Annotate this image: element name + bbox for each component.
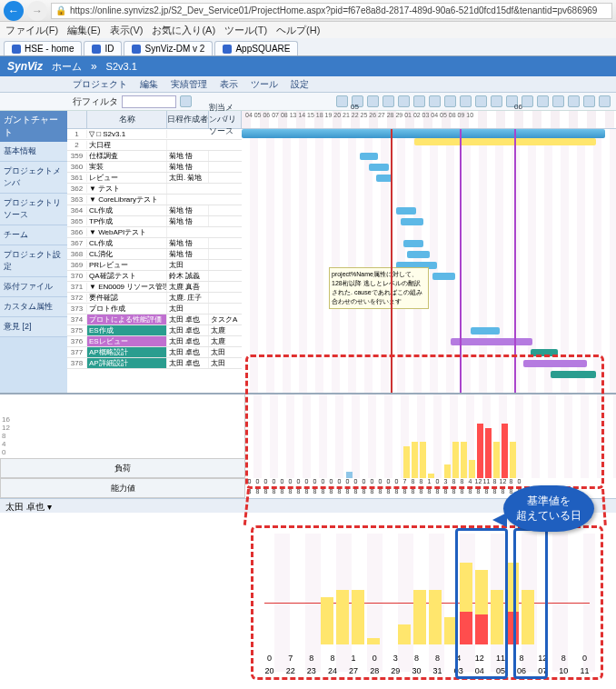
leftnav-header: ガントチャート xyxy=(0,111,67,142)
tool-icon[interactable] xyxy=(367,95,379,107)
col-id[interactable] xyxy=(67,111,87,128)
task-bar[interactable] xyxy=(432,273,455,280)
highlight-box xyxy=(513,528,548,679)
task-bar[interactable] xyxy=(403,240,423,247)
tool-icon[interactable] xyxy=(444,95,456,107)
table-row[interactable]: 360 実装菊地 悟 xyxy=(67,162,242,173)
tool-icon[interactable] xyxy=(475,95,487,107)
table-row[interactable]: 365 TP作成菊地 悟 xyxy=(67,216,242,227)
table-row[interactable]: 361 レビュー太田. 菊地 xyxy=(67,173,242,184)
filter-go-icon[interactable] xyxy=(180,95,192,107)
crumb-home[interactable]: ホーム xyxy=(52,60,82,74)
table-row[interactable]: 376 ESレビュー太田 卓也太鹿 xyxy=(67,336,242,347)
task-bar[interactable] xyxy=(360,153,378,160)
task-bar[interactable] xyxy=(401,218,423,225)
appmenu-edit[interactable]: 編集 xyxy=(140,78,158,91)
table-row[interactable]: 378 AP詳細設計太田 卓也太田 xyxy=(67,358,242,369)
tab-hse[interactable]: HSE - home xyxy=(4,41,82,55)
task-bar[interactable] xyxy=(407,251,430,258)
col-name[interactable]: 名称 xyxy=(87,111,167,128)
menu-file[interactable]: ファイル(F) xyxy=(5,24,58,37)
col-owner[interactable]: 日程作成者 xyxy=(167,111,209,128)
timeline-header[interactable]: 04 05 06 07 08 13 14 15 18 19 20 21 22 2… xyxy=(242,111,616,128)
tool-icon[interactable] xyxy=(522,95,533,107)
grid-header: 名称 日程作成者 割当メンバ/リソース 04 05 06 07 08 13 14… xyxy=(67,111,616,129)
tab-id[interactable]: ID xyxy=(84,41,122,55)
leftnav-item[interactable]: 添付ファイル xyxy=(0,277,67,297)
appmenu-settings[interactable]: 設定 xyxy=(291,78,309,91)
task-bar[interactable] xyxy=(369,164,389,171)
appmenu-project[interactable]: プロジェクト xyxy=(73,78,127,91)
table-row[interactable]: 362 ▼ テスト xyxy=(67,184,242,195)
leftnav-item[interactable]: 意見 [2] xyxy=(0,317,67,337)
table-row[interactable]: 368 CL消化菊地 悟 xyxy=(67,249,242,260)
crumb-project[interactable]: S2v3.1 xyxy=(106,61,137,72)
left-nav: ガントチャート 基本情報 プロジェクトメンバ プロジェクトリソース チーム プロ… xyxy=(0,111,67,393)
tool-icon[interactable] xyxy=(398,95,410,107)
table-row[interactable]: 2 大日程 xyxy=(67,140,242,151)
gantt-chart[interactable]: project%Name属性に対して、128桁以降 逃しとレベルの翻訳された. … xyxy=(242,129,616,393)
task-bar[interactable] xyxy=(471,327,500,335)
summary-bar[interactable] xyxy=(242,129,605,138)
appmenu-view[interactable]: 表示 xyxy=(220,78,238,91)
load-chart[interactable]: 0000000000000000000788103884121181280 88… xyxy=(245,394,616,498)
app-header: SynViz ホーム » S2v3.1 xyxy=(0,56,616,76)
tool-icon[interactable] xyxy=(537,95,549,107)
tool-icon[interactable] xyxy=(552,95,564,107)
leftnav-item[interactable]: チーム xyxy=(0,225,67,245)
leftnav-item[interactable]: プロジェクト設定 xyxy=(0,245,67,277)
toolbar: 行フィルタ xyxy=(0,93,616,111)
table-row[interactable]: 363 ▼ CoreLibraryテスト xyxy=(67,195,242,205)
leftnav-item[interactable]: プロジェクトリソース xyxy=(0,194,67,225)
summary-bar[interactable] xyxy=(414,138,596,145)
table-row[interactable]: 377 AP概略設計太田 卓也太田 xyxy=(67,347,242,358)
table-row[interactable]: 364 CL作成菊地 悟 xyxy=(67,205,242,216)
filter-input[interactable] xyxy=(122,95,176,108)
table-row[interactable]: 370 QA確認テスト鈴木 誠義 xyxy=(67,271,242,282)
task-bar[interactable] xyxy=(531,349,558,356)
tool-icon[interactable] xyxy=(491,95,502,107)
table-row[interactable]: 371 ▼ EN0009 リソース管理 / 工数管理 強化(リソースグラフ実装見… xyxy=(67,282,242,293)
tab-appsq[interactable]: AppSQUARE xyxy=(214,41,298,55)
menu-view[interactable]: 表示(V) xyxy=(110,24,144,37)
appmenu-progress[interactable]: 実績管理 xyxy=(171,78,207,91)
tool-icon[interactable] xyxy=(413,95,425,107)
tool-icon[interactable] xyxy=(568,95,580,107)
tab-synviz[interactable]: SynViz-DM v 2 xyxy=(124,41,213,55)
table-row[interactable]: 369 PRレビュー太田 xyxy=(67,260,242,271)
load-bar xyxy=(510,442,516,478)
tool-icon[interactable] xyxy=(383,95,394,107)
table-row[interactable]: 367 CL作成菊地 悟 xyxy=(67,238,242,249)
leftnav-item[interactable]: カスタム属性 xyxy=(0,297,67,317)
leftnav-item[interactable]: 基本情報 xyxy=(0,142,67,162)
task-bar[interactable] xyxy=(551,371,596,378)
table-row[interactable]: 375 ES作成太田 卓也太鹿 xyxy=(67,325,242,336)
forward-button[interactable]: → xyxy=(27,1,47,21)
tool-icon[interactable] xyxy=(336,95,348,107)
load-bar xyxy=(444,464,451,478)
tool-icon[interactable] xyxy=(460,95,472,107)
menu-edit[interactable]: 編集(E) xyxy=(67,24,101,37)
address-bar[interactable]: 🔒 https://online.synvizs2.jp/S2_Dev_Serv… xyxy=(51,3,612,19)
table-row[interactable]: 359 仕様調査菊地 悟 xyxy=(67,151,242,162)
menu-tools[interactable]: ツール(T) xyxy=(224,24,267,37)
table-row[interactable]: 373 プロト作成太田 xyxy=(67,304,242,315)
table-row[interactable]: 374 プロトによる性能評価太田 卓也タスクA xyxy=(67,315,242,325)
tool-icon[interactable] xyxy=(599,95,611,107)
back-button[interactable]: ← xyxy=(4,1,24,21)
tool-icon[interactable] xyxy=(583,95,595,107)
leftnav-item[interactable]: プロジェクトメンバ xyxy=(0,162,67,194)
table-row[interactable]: 372 要件確認太鹿. 庄子 xyxy=(67,293,242,304)
task-bar[interactable] xyxy=(451,338,532,345)
task-bar[interactable] xyxy=(396,207,416,215)
zoom-load-bar xyxy=(429,590,442,644)
appmenu-tools[interactable]: ツール xyxy=(251,78,278,91)
load-panel-left: 1612840 負荷 能力値 xyxy=(0,394,245,498)
table-row[interactable]: 1▽ □ S2v3.1 xyxy=(67,129,242,140)
menu-help[interactable]: ヘルプ(H) xyxy=(276,24,320,37)
tool-icon[interactable] xyxy=(429,95,441,107)
menu-fav[interactable]: お気に入り(A) xyxy=(152,24,215,37)
table-row[interactable]: 366 ▼ WebAPIテスト xyxy=(67,227,242,238)
task-bar[interactable] xyxy=(523,360,587,367)
col-resource[interactable]: 割当メンバ/リソース xyxy=(209,111,242,128)
